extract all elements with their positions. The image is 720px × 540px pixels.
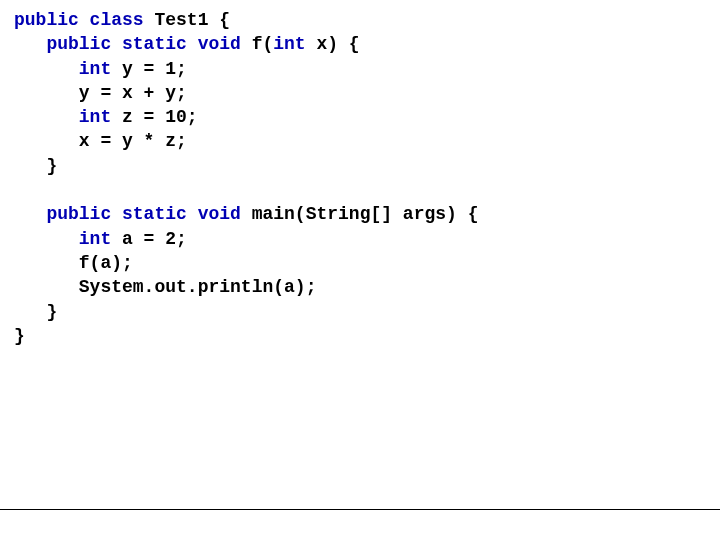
indent <box>14 204 46 224</box>
keyword: public class <box>14 10 144 30</box>
indent <box>14 156 46 176</box>
code-line-6: x = y * z; <box>14 129 706 153</box>
keyword: int <box>79 107 111 127</box>
indent <box>14 107 79 127</box>
indent <box>14 34 46 54</box>
code-line-8: public static void main(String[] args) { <box>14 202 706 226</box>
indent <box>14 253 79 273</box>
code-text: a = 2; <box>111 229 187 249</box>
code-text: z = 10; <box>111 107 197 127</box>
indent <box>14 277 79 297</box>
code-block: public class Test1 { public static void … <box>0 0 720 356</box>
code-text <box>14 180 25 200</box>
keyword: int <box>79 229 111 249</box>
code-line-5: int z = 10; <box>14 105 706 129</box>
code-text: f( <box>241 34 273 54</box>
code-text: } <box>46 302 57 322</box>
code-text: } <box>46 156 57 176</box>
keyword: int <box>273 34 305 54</box>
blank-line <box>14 178 706 202</box>
code-text: main(String[] args) { <box>241 204 479 224</box>
indent <box>14 131 79 151</box>
code-line-9: int a = 2; <box>14 227 706 251</box>
code-text: f(a); <box>79 253 133 273</box>
keyword: int <box>79 59 111 79</box>
code-line-7: } <box>14 154 706 178</box>
code-text: x = y * z; <box>79 131 187 151</box>
indent <box>14 59 79 79</box>
indent <box>14 302 46 322</box>
code-text: Test1 { <box>144 10 230 30</box>
keyword: public static void <box>46 34 240 54</box>
code-line-4: y = x + y; <box>14 81 706 105</box>
code-line-12: } <box>14 300 706 324</box>
code-text: y = 1; <box>111 59 187 79</box>
code-text: } <box>14 326 25 346</box>
horizontal-divider <box>0 509 720 510</box>
indent <box>14 229 79 249</box>
keyword: public static void <box>46 204 240 224</box>
indent <box>14 83 79 103</box>
code-text: y = x + y; <box>79 83 187 103</box>
code-line-3: int y = 1; <box>14 57 706 81</box>
code-line-1: public class Test1 { <box>14 8 706 32</box>
code-text: x) { <box>306 34 360 54</box>
code-line-10: f(a); <box>14 251 706 275</box>
code-text: System.out.println(a); <box>79 277 317 297</box>
code-line-13: } <box>14 324 706 348</box>
code-line-11: System.out.println(a); <box>14 275 706 299</box>
code-line-2: public static void f(int x) { <box>14 32 706 56</box>
